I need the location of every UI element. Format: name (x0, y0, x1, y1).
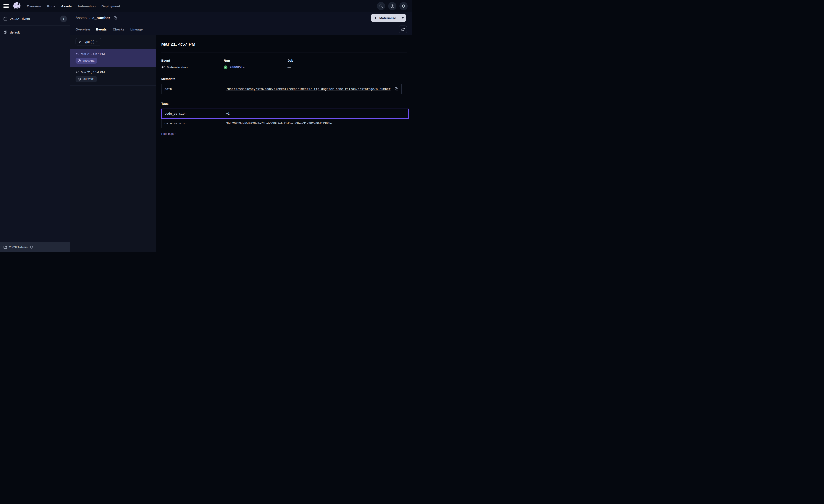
event-list-item[interactable]: Mar 21, 4:54 PM 2fd32b85 (70, 67, 156, 86)
run-id-pill[interactable]: 788005fa (76, 58, 97, 64)
hide-tags-label: Hide tags (161, 132, 174, 135)
run-id-link[interactable]: 788005fa (229, 66, 245, 69)
tag-key: data_version (162, 119, 223, 128)
sidebar-item-code-location[interactable]: 250321-dvers 1 (0, 12, 70, 25)
run-id-label: 788005fa (83, 59, 94, 62)
table-row: path /Users/smackesey/stm/code/elementl/… (162, 84, 407, 94)
materialize-sparkle-icon (374, 16, 378, 20)
event-list-item[interactable]: Mar 21, 4:57 PM 788005fa (70, 49, 156, 67)
hamburger-menu-icon[interactable] (3, 4, 9, 8)
search-button[interactable] (377, 2, 385, 10)
metadata-path-link[interactable]: /Users/smackesey/stm/code/elementl/exper… (226, 87, 391, 91)
top-nav: Overview Runs Assets Automation Deployme… (0, 0, 412, 12)
reload-code-location-button[interactable] (30, 246, 33, 249)
event-summary: Event Materialization (161, 58, 407, 69)
materialize-label: Materialize (379, 16, 396, 20)
nav-item-automation[interactable]: Automation (78, 4, 96, 8)
tags-table: code_version v1 data_version 3bfc269594e… (161, 109, 407, 128)
footer-code-location-label: 250321-dvers (9, 246, 28, 249)
refresh-events-button[interactable] (399, 25, 407, 33)
topnav-actions: ⚙ (377, 2, 408, 10)
chevron-down-icon (96, 41, 99, 43)
refresh-icon (401, 28, 405, 31)
filter-funnel-icon (78, 40, 81, 43)
collapse-arrow-icon: ▲ (175, 133, 177, 135)
tag-key: code_version (162, 109, 223, 118)
tab-overview[interactable]: Overview (76, 24, 90, 35)
dagster-logo-icon (13, 2, 21, 10)
materialization-sparkle-icon (161, 66, 165, 69)
copy-asset-name-button[interactable] (114, 16, 117, 20)
metadata-key: path (162, 84, 223, 94)
metadata-table: path /Users/smackesey/stm/code/elementl/… (161, 84, 407, 94)
tab-events[interactable]: Events (96, 24, 107, 35)
tab-lineage[interactable]: Lineage (130, 24, 143, 35)
materialize-button[interactable]: Materialize (371, 14, 399, 22)
run-id-label: 2fd32b85 (83, 78, 94, 81)
help-button[interactable] (388, 2, 396, 10)
primary-nav: Overview Runs Assets Automation Deployme… (27, 4, 120, 8)
table-row-data-version: data_version 3bfc269594ef649228e9a74bab0… (162, 118, 407, 128)
run-column-label: Run (224, 58, 288, 62)
filter-row: Type (2) (70, 35, 156, 49)
breadcrumb-assets-link[interactable]: Assets (76, 16, 87, 20)
breadcrumb: Assets › a_number (76, 16, 117, 20)
nav-item-assets[interactable]: Assets (61, 4, 72, 8)
sidebar-item-label: 250321-dvers (10, 17, 30, 20)
sidebar-item-default-group[interactable]: default (0, 25, 70, 39)
job-value: — (288, 65, 291, 69)
run-success-icon (224, 65, 227, 69)
sidebar-footer: 250321-dvers (0, 242, 70, 252)
help-icon (390, 4, 395, 8)
materialization-sparkle-icon (76, 71, 79, 74)
asset-tabs: Overview Events Checks Lineage (70, 24, 412, 35)
event-title: Mar 21, 4:57 PM (161, 41, 407, 47)
event-timestamp: Mar 21, 4:54 PM (81, 70, 105, 74)
divider (161, 52, 407, 53)
asset-count-badge: 1 (61, 16, 67, 22)
gear-icon: ⚙ (402, 4, 406, 8)
table-row-code-version: code_version v1 (162, 109, 407, 118)
copy-icon (395, 87, 398, 91)
settings-button[interactable]: ⚙ (399, 2, 408, 10)
job-column-label: Job (288, 58, 293, 62)
filter-label: Type (2) (83, 40, 94, 43)
materialize-dropdown-button[interactable] (399, 14, 406, 22)
run-status-icon (78, 59, 81, 62)
hide-tags-link[interactable]: Hide tags ▲ (161, 132, 177, 135)
metadata-heading: Metadata (161, 77, 407, 81)
event-type-value: Materialization (167, 65, 188, 69)
sidebar-item-label: default (10, 30, 20, 34)
tag-value: 3bfc269594ef649228e9a74bab00f042efc91d5a… (223, 119, 407, 128)
run-id-pill[interactable]: 2fd32b85 (76, 76, 97, 82)
folder-icon (3, 17, 7, 21)
nav-item-overview[interactable]: Overview (27, 4, 41, 8)
asset-group-icon (3, 30, 7, 34)
event-type-filter-button[interactable]: Type (2) (76, 38, 101, 45)
breadcrumb-separator: › (89, 16, 90, 20)
asset-header: Assets › a_number (70, 12, 412, 24)
copy-icon (114, 16, 117, 20)
refresh-icon (30, 246, 33, 249)
folder-icon (3, 246, 7, 249)
event-detail-panel: Mar 21, 4:57 PM Event (156, 35, 412, 252)
event-timestamp: Mar 21, 4:57 PM (81, 52, 105, 55)
nav-item-deployment[interactable]: Deployment (102, 4, 120, 8)
tag-value: v1 (223, 109, 407, 118)
nav-item-runs[interactable]: Runs (47, 4, 56, 8)
asset-groups-sidebar: 250321-dvers 1 default 250321- (0, 12, 70, 252)
asset-name: a_number (92, 16, 110, 20)
metadata-action-cell (401, 84, 407, 94)
copy-path-button[interactable] (395, 87, 398, 91)
events-list-panel: Type (2) (70, 35, 156, 252)
tab-checks[interactable]: Checks (113, 24, 124, 35)
search-icon (379, 4, 383, 8)
caret-down-icon (402, 17, 404, 19)
materialize-split-button: Materialize (371, 14, 406, 22)
event-column-label: Event (161, 58, 224, 62)
tags-heading: Tags (161, 102, 407, 105)
run-status-icon (78, 78, 81, 81)
materialization-sparkle-icon (76, 52, 79, 55)
